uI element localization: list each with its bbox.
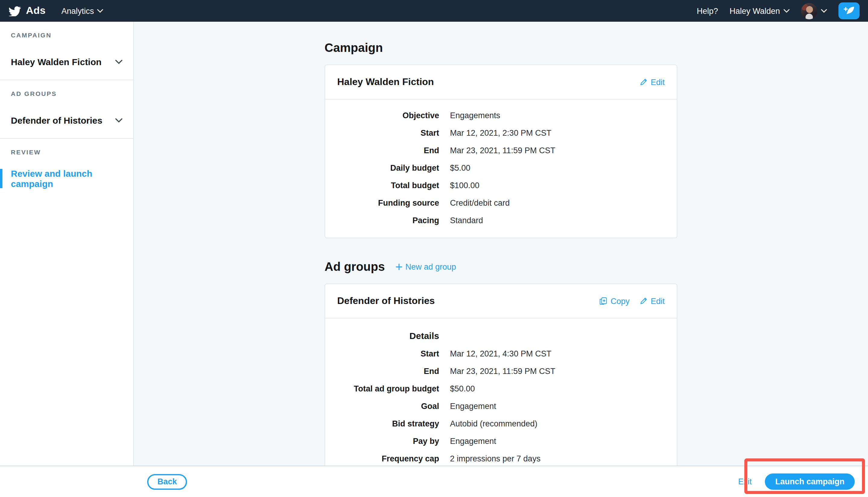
sidebar-item-adgroup-name[interactable]: Defender of Histories (0, 111, 133, 129)
twitter-ads-review-page: Ads Analytics Help? Haley Walden (0, 0, 868, 497)
new-adgroup-button[interactable]: New ad group (396, 262, 456, 271)
compose-tweet-button[interactable] (838, 2, 859, 19)
bottom-action-bar: Back Exit Launch campaign (0, 466, 868, 497)
ads-home-link[interactable]: Ads (9, 5, 45, 17)
launch-campaign-button[interactable]: Launch campaign (765, 473, 855, 490)
copy-label: Copy (610, 296, 629, 306)
account-menu[interactable]: Haley Walden (729, 6, 789, 15)
help-link[interactable]: Help? (697, 6, 718, 15)
detail-row: StartMar 12, 2021, 2:30 PM CST (325, 124, 677, 142)
detail-row: PacingStandard (325, 212, 677, 229)
account-name-label: Haley Walden (729, 6, 780, 15)
edit-pencil-icon (639, 297, 648, 305)
detail-row: Bid strategyAutobid (recommended) (325, 415, 677, 432)
edit-adgroup-button[interactable]: Edit (639, 296, 665, 306)
edit-label: Edit (651, 296, 665, 306)
detail-row: Frequency cap2 impressions per 7 days (325, 450, 677, 467)
sidebar-item-campaign-name[interactable]: Haley Walden Fiction (0, 53, 133, 71)
compose-feather-icon (843, 6, 855, 16)
chevron-down-icon (115, 59, 123, 63)
top-navigation-bar: Ads Analytics Help? Haley Walden (0, 0, 868, 22)
brand-label: Ads (26, 5, 45, 17)
detail-row: EndMar 23, 2021, 11:59 PM CST (325, 142, 677, 159)
sidebar-section-campaign: CAMPAIGN Haley Walden Fiction (0, 22, 133, 80)
detail-row: EndMar 23, 2021, 11:59 PM CST (325, 363, 677, 380)
adgroups-heading-row: Ad groups New ad group (325, 260, 678, 274)
active-indicator-bar (0, 169, 2, 188)
page-title: Campaign (325, 41, 678, 55)
edit-label: Edit (651, 77, 665, 87)
sidebar-section-adgroups: AD GROUPS Defender of Histories (0, 80, 133, 139)
new-adgroup-label: New ad group (405, 262, 456, 271)
avatar (801, 3, 817, 19)
detail-row: ObjectiveEngagements (325, 107, 677, 124)
campaign-card-title: Haley Walden Fiction (337, 76, 434, 87)
chevron-down-icon (115, 118, 123, 122)
analytics-menu-label: Analytics (61, 6, 94, 15)
analytics-menu[interactable]: Analytics (61, 6, 103, 15)
back-button[interactable]: Back (147, 474, 187, 489)
plus-icon (396, 264, 402, 270)
main-content: Campaign Haley Walden Fiction Edit (134, 22, 868, 497)
review-link-label: Review and launch campaign (11, 168, 123, 189)
campaign-card: Haley Walden Fiction Edit ObjectiveEngag… (325, 65, 678, 238)
chevron-down-icon (97, 9, 103, 13)
sidebar-review-header: REVIEW (0, 148, 133, 156)
details-heading: Details (325, 330, 439, 340)
adgroup-card-title: Defender of Histories (337, 296, 435, 307)
detail-row: StartMar 12, 2021, 4:30 PM CST (325, 345, 677, 363)
sidebar-campaign-header: CAMPAIGN (0, 31, 133, 39)
chevron-down-icon (784, 9, 789, 13)
sidebar-section-review: REVIEW Review and launch campaign (0, 139, 133, 197)
sidebar-item-review-and-launch[interactable]: Review and launch campaign (0, 170, 133, 188)
detail-row: Total budget$100.00 (325, 177, 677, 194)
detail-row: Total ad group budget$50.00 (325, 380, 677, 397)
adgroup-name-label: Defender of Histories (11, 115, 102, 125)
detail-row: GoalEngagement (325, 397, 677, 415)
campaign-card-body: ObjectiveEngagements StartMar 12, 2021, … (325, 100, 677, 238)
details-heading-row: Details (325, 326, 677, 345)
detail-row: Daily budget$5.00 (325, 159, 677, 177)
detail-row: Funding sourceCredit/debit card (325, 194, 677, 212)
profile-menu[interactable] (801, 3, 827, 19)
adgroup-card: Defender of Histories Copy E (325, 283, 678, 497)
twitter-bird-icon (9, 6, 21, 16)
sidebar: CAMPAIGN Haley Walden Fiction AD GROUPS … (0, 22, 134, 497)
copy-duplicate-icon (599, 297, 608, 305)
edit-pencil-icon (639, 78, 648, 86)
edit-campaign-button[interactable]: Edit (639, 77, 665, 87)
sidebar-adgroups-header: AD GROUPS (0, 90, 133, 97)
copy-adgroup-button[interactable]: Copy (599, 296, 629, 306)
campaign-card-header: Haley Walden Fiction Edit (325, 65, 677, 100)
detail-row: Pay byEngagement (325, 432, 677, 450)
topbar-right-group: Help? Haley Walden (697, 2, 859, 19)
adgroup-card-header: Defender of Histories Copy E (325, 284, 677, 318)
exit-link[interactable]: Exit (738, 477, 752, 486)
chevron-down-icon (821, 9, 827, 13)
campaign-name-label: Haley Walden Fiction (11, 56, 102, 67)
adgroups-section-title: Ad groups (325, 260, 385, 274)
